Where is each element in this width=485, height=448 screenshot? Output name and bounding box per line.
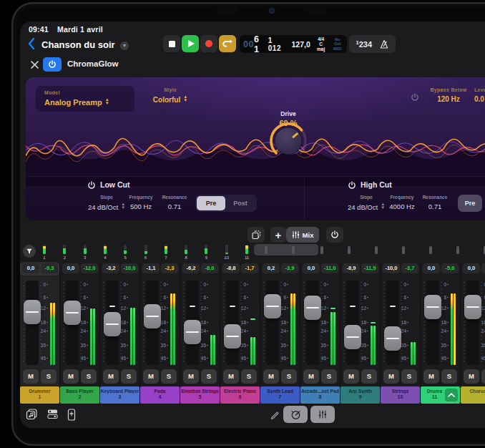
count-in-button[interactable]: 1234 xyxy=(356,39,372,49)
pan-value[interactable]: 0,0 xyxy=(303,263,320,273)
fader-track[interactable] xyxy=(466,281,479,365)
post-button[interactable]: Post xyxy=(225,196,255,210)
solo-button[interactable]: S xyxy=(441,369,457,384)
high-cut-power-icon[interactable] xyxy=(348,181,356,190)
fader-track[interactable] xyxy=(306,281,319,365)
solo-button[interactable]: S xyxy=(321,369,337,384)
mute-button[interactable]: M xyxy=(183,369,199,384)
mute-button[interactable]: M xyxy=(303,369,319,384)
filter-tracks-button[interactable] xyxy=(23,245,36,258)
fader-handle[interactable] xyxy=(144,304,161,328)
bypass-power-icon[interactable] xyxy=(411,93,419,102)
fader-handle[interactable] xyxy=(424,295,441,319)
mute-button[interactable]: M xyxy=(143,369,159,384)
solo-button[interactable]: S xyxy=(121,369,137,384)
track-name-plate[interactable]: Emotion Strings5 xyxy=(180,386,220,404)
volume-value[interactable]: -2,3 xyxy=(161,263,178,273)
fader-track[interactable] xyxy=(346,281,359,365)
fader-track[interactable] xyxy=(266,281,279,365)
fader-handle[interactable] xyxy=(224,324,241,349)
track-name-plate[interactable]: Strings10 xyxy=(381,386,420,404)
high-cut-pre-button[interactable]: Pre xyxy=(458,195,482,212)
mute-button[interactable]: M xyxy=(23,369,39,384)
fader-handle[interactable] xyxy=(184,320,201,344)
record-button[interactable] xyxy=(200,35,217,52)
fader-handle[interactable] xyxy=(64,301,81,325)
style-selector[interactable]: Style Colorful▲▼ xyxy=(143,87,197,104)
low-cut-resonance[interactable]: Resonance 0.71 xyxy=(152,195,197,210)
track-name-plate[interactable]: Drummer1 xyxy=(20,386,59,404)
solo-button[interactable]: S xyxy=(281,369,297,384)
solo-button[interactable]: S xyxy=(241,369,257,384)
duplicate-button[interactable] xyxy=(248,227,265,243)
smart-controls-button[interactable] xyxy=(283,406,308,423)
mute-button[interactable]: M xyxy=(223,369,239,384)
mute-button[interactable]: M xyxy=(383,369,399,384)
mute-button[interactable]: M xyxy=(464,369,479,384)
level-control[interactable]: Level 0.0 xyxy=(474,87,485,103)
track-name-plate[interactable]: Synth Lead7 xyxy=(260,386,300,404)
plugin-power-button[interactable] xyxy=(43,57,62,72)
track-name-plate[interactable]: Arcade...eet Pad8 xyxy=(300,386,340,404)
volume-value[interactable]: -3,7 xyxy=(401,263,418,273)
loop-browser-button[interactable] xyxy=(26,409,38,422)
pan-value[interactable]: -1,1 xyxy=(142,263,160,273)
mute-button[interactable]: M xyxy=(63,369,79,384)
bypass-below-control[interactable]: Bypass Below 120 Hz xyxy=(423,87,474,103)
track-name-plate[interactable]: Pads4 xyxy=(140,386,180,404)
volume-value[interactable]: -5,0 xyxy=(441,263,459,273)
pan-value[interactable]: 0,2 xyxy=(263,263,280,273)
mixer-view-button[interactable] xyxy=(310,406,335,423)
track-name-plate[interactable]: Electric Piano6 xyxy=(220,386,260,404)
pan-value[interactable]: 0,0 xyxy=(463,263,480,273)
stop-button[interactable] xyxy=(163,35,180,52)
pan-value[interactable]: 0,0 xyxy=(22,263,39,273)
volume-value[interactable]: -11,0 xyxy=(321,263,338,273)
fader-handle[interactable] xyxy=(24,300,41,324)
mute-button[interactable]: M xyxy=(263,369,279,384)
pan-value[interactable]: -6,2 xyxy=(182,263,200,273)
play-button[interactable] xyxy=(182,35,199,52)
mute-button[interactable]: M xyxy=(103,369,119,384)
low-cut-power-icon[interactable] xyxy=(87,181,96,190)
fader-panel-button[interactable] xyxy=(67,409,76,424)
pan-value[interactable]: 0,0 xyxy=(423,263,440,273)
fader-handle[interactable] xyxy=(344,325,361,349)
high-cut-resonance[interactable]: Resonance 0.71 xyxy=(412,195,458,210)
solo-button[interactable]: S xyxy=(361,369,377,384)
cycle-button[interactable] xyxy=(219,35,236,52)
solo-button[interactable]: S xyxy=(161,369,177,384)
volume-value[interactable]: -11,9 xyxy=(361,263,378,273)
pan-value[interactable]: -8,9 xyxy=(343,263,360,273)
fader-track[interactable] xyxy=(426,281,439,365)
drive-knob[interactable] xyxy=(267,120,310,162)
track-name-plate[interactable]: Arp Synth9 xyxy=(341,386,380,404)
volume-value[interactable] xyxy=(481,263,485,273)
solo-button[interactable]: S xyxy=(41,369,57,384)
solo-button[interactable]: S xyxy=(401,369,417,384)
solo-button[interactable]: S xyxy=(201,369,217,384)
fader-handle[interactable] xyxy=(464,295,481,319)
volume-value[interactable]: -3,9 xyxy=(281,263,298,273)
fader-track[interactable] xyxy=(386,281,399,365)
fader-handle[interactable] xyxy=(104,312,121,336)
mute-button[interactable]: M xyxy=(343,369,359,384)
solo-button[interactable]: S xyxy=(81,369,97,384)
model-selector[interactable]: Model Analog Preamp▲▼ xyxy=(36,86,134,112)
edit-pencil-button[interactable] xyxy=(270,410,280,423)
track-name-plate[interactable]: Drums11 xyxy=(421,386,460,404)
volume-value[interactable]: -10,0 xyxy=(121,263,138,273)
pre-button[interactable]: Pre xyxy=(197,196,225,210)
fader-handle[interactable] xyxy=(384,326,401,351)
pan-value[interactable]: -3,2 xyxy=(102,263,119,273)
pan-value[interactable]: -8,8 xyxy=(222,263,240,273)
track-name-plate[interactable]: Bass Player2 xyxy=(60,386,99,404)
volume-value[interactable]: -9,3 xyxy=(41,263,58,273)
plugin-stack-button[interactable] xyxy=(47,409,58,422)
mixer-power-button[interactable] xyxy=(326,227,343,243)
fader-handle[interactable] xyxy=(304,296,321,320)
close-plugin-button[interactable] xyxy=(30,59,39,69)
project-title[interactable]: Chanson du soir xyxy=(41,39,115,50)
back-button[interactable] xyxy=(27,37,36,50)
add-track-button[interactable]: + xyxy=(270,227,286,243)
